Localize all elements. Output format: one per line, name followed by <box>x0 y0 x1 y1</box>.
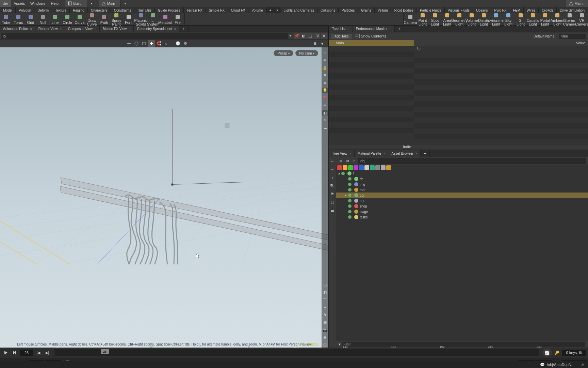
add-take-button[interactable]: Add Take <box>331 34 352 39</box>
timeline-track[interactable]: 26 1487296120144168192216240 <box>54 349 539 356</box>
shelf-tab-add[interactable]: + <box>266 7 275 13</box>
menu-help[interactable]: Help <box>48 0 62 7</box>
desktop-selector-left[interactable]: Build <box>65 0 87 7</box>
shelf-tab-rigging[interactable]: Rigging <box>70 7 88 13</box>
tab-asset-browser[interactable]: Asset Browser× <box>388 150 421 157</box>
net-filter-2[interactable] <box>348 165 353 170</box>
net-opt-icon[interactable]: ☰ <box>330 208 335 213</box>
handle-world-icon[interactable] <box>148 40 155 47</box>
shelf-tab-volume[interactable]: Volume <box>248 7 266 13</box>
tool-curve[interactable]: Curve <box>74 13 86 25</box>
take-item-main[interactable]: └Main <box>329 40 414 46</box>
network-path-input[interactable]: obj <box>358 158 586 164</box>
home-icon[interactable]: ⌂ <box>322 50 328 56</box>
path-dropdown-icon[interactable]: ▼ <box>289 34 292 37</box>
tool-metaball[interactable]: Metaball <box>159 13 172 25</box>
graph-button[interactable]: 📈 <box>542 349 552 357</box>
desktop-selector-center[interactable]: Main <box>99 0 121 7</box>
tab-add[interactable]: + <box>421 150 430 157</box>
timeline-marker[interactable]: 26 <box>101 349 109 354</box>
autokey-button[interactable]: 🔑 <box>553 349 561 356</box>
tree-item-root[interactable]: ▸/ <box>336 171 588 176</box>
path-ghost-icon[interactable]: ◐ <box>300 33 307 39</box>
tool-volume-light[interactable]: Volume Light <box>466 13 478 25</box>
menu-der[interactable]: der <box>0 0 11 7</box>
current-frame-input[interactable]: 26 <box>20 350 33 356</box>
tab-tree-view[interactable]: Tree View× <box>329 150 355 157</box>
shelf-tab-deform[interactable]: Deform <box>34 7 52 13</box>
tool-environment-light[interactable]: Environment Light <box>490 13 502 25</box>
tool-l-system[interactable]: L-System <box>147 13 159 25</box>
opt2-icon[interactable]: ◧ <box>322 290 328 295</box>
tool-portal-light[interactable]: Portal Light <box>539 13 551 25</box>
tool-grid[interactable]: Grid <box>24 13 37 25</box>
tab-composite-view[interactable]: Composite View× <box>65 26 100 32</box>
net-filter-6[interactable] <box>370 165 375 170</box>
net-fwd-icon[interactable]: → <box>330 167 335 172</box>
menu-windows[interactable]: Windows <box>28 0 48 7</box>
tool-draw-curve[interactable]: Draw Curve <box>86 13 98 25</box>
network-tree[interactable]: ▸/chimgmat▸objoutshopstagetasks <box>336 171 588 341</box>
opt8-icon[interactable]: ◉ <box>322 335 328 340</box>
net-filter-1[interactable] <box>343 165 347 170</box>
shelf-tab-lights-and-cameras[interactable]: Lights and Cameras <box>281 7 318 13</box>
tool-torus[interactable]: Torus <box>12 13 24 25</box>
tab-motion-fx-view[interactable]: Motion FX View× <box>100 26 134 32</box>
sun-icon[interactable]: ☀ <box>322 103 328 108</box>
target-icon[interactable]: ◎ <box>322 58 328 63</box>
tool-gi-light[interactable]: GI Light <box>514 13 527 25</box>
tool-camera[interactable]: Camera <box>404 13 416 25</box>
filter-input[interactable] <box>342 342 585 347</box>
tree-item-mat[interactable]: mat <box>336 187 588 193</box>
menu-assets[interactable]: Assets <box>11 0 28 7</box>
tool-point-light[interactable]: Point Light <box>416 13 429 25</box>
tab-add[interactable]: + <box>395 26 404 32</box>
opt3-icon[interactable]: ☰ <box>322 297 328 303</box>
cube-icon[interactable]: ◧ <box>322 110 328 116</box>
opt6-icon[interactable]: ▦ <box>322 320 328 325</box>
viewport-linkcam-pill[interactable]: No cam▾ <box>295 50 318 56</box>
net-flag-icon[interactable]: ⚑ <box>330 191 335 197</box>
tab-geometry-spreadsheet[interactable]: Geometry Spreadsheet× <box>134 26 179 32</box>
net-filter-4[interactable] <box>359 165 364 170</box>
tool-sky-light[interactable]: Sky Light <box>502 13 514 25</box>
tree-item-img[interactable]: img <box>336 182 588 187</box>
lock-icon[interactable]: 🔒 <box>322 65 328 71</box>
viewport-menu-icon[interactable]: ▼ <box>319 40 326 47</box>
brush-icon[interactable]: ✎ <box>322 118 328 123</box>
net-filter-8[interactable] <box>381 165 386 170</box>
sphere-icon[interactable]: ● <box>322 80 328 86</box>
status-warning-icon[interactable]: ⚠ <box>581 363 585 367</box>
desktop-selector-right[interactable]: Main <box>566 0 588 7</box>
net-filter-5[interactable] <box>364 165 369 170</box>
opt7-icon[interactable]: 📷 <box>322 327 328 333</box>
tool-caustic-light[interactable]: Caustic Light <box>527 13 539 25</box>
shelf-tab-polygon[interactable]: Polygon <box>16 7 34 13</box>
shelf-tab-texture[interactable]: Texture <box>52 7 70 13</box>
opt4-icon[interactable]: ✦ <box>322 305 328 310</box>
tool-line[interactable]: Line <box>49 13 61 25</box>
shelf-tab-particles[interactable]: Particles <box>339 7 358 13</box>
tool-stereo-camera[interactable]: Stereo Camera <box>564 13 576 25</box>
shelf-tab-grains[interactable]: Grains <box>358 7 374 13</box>
viewport-layout-icon[interactable]: ⊞ <box>311 40 318 47</box>
tool-spray-paint[interactable]: Spray Paint <box>110 13 122 25</box>
snap-options-icon[interactable]: ○ <box>163 40 170 47</box>
pin2-icon[interactable]: 📍 <box>322 95 328 101</box>
gear-icon[interactable]: ⚙ <box>182 40 189 47</box>
nav-fwd-icon[interactable]: ➡ <box>345 158 350 164</box>
viewport-path-input[interactable]: bj <box>1 33 288 39</box>
tree-item-out[interactable]: out <box>336 198 588 203</box>
tool-vr-camera[interactable]: VR Camera <box>576 13 588 25</box>
show-contents-checkbox[interactable]: ✓ Show Contents <box>356 34 387 38</box>
tool-font[interactable]: Font <box>122 13 135 25</box>
tool-file[interactable]: File <box>172 13 184 25</box>
tree-item-ch[interactable]: ch <box>336 176 588 182</box>
shelf-tab-model[interactable]: Model <box>0 7 16 13</box>
path-menu-icon[interactable]: ▼ <box>321 33 327 39</box>
tree-item-tasks[interactable]: tasks <box>336 214 588 220</box>
net-filter-7[interactable] <box>375 165 380 170</box>
tool-null[interactable]: Null <box>37 13 49 25</box>
nav-back-icon[interactable]: ⬅ <box>338 158 343 164</box>
net-filter-3[interactable] <box>354 165 358 170</box>
